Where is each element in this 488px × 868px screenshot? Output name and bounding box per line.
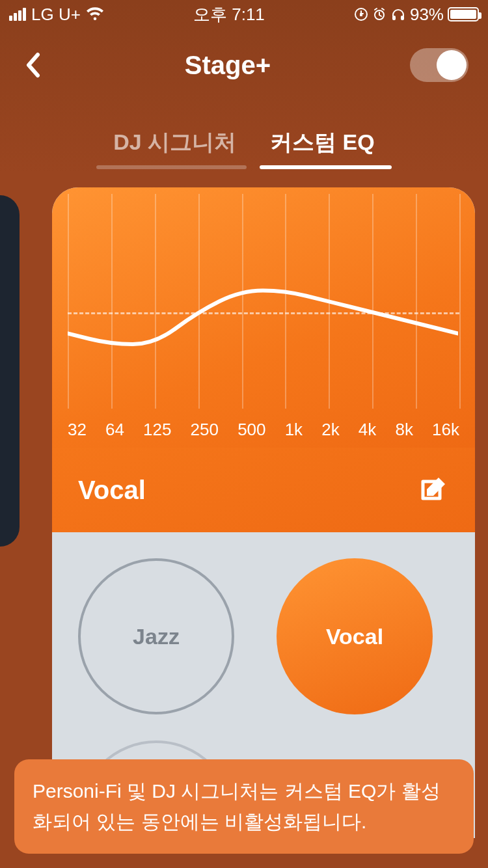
previous-card-peek[interactable] bbox=[0, 195, 20, 547]
svg-rect-4 bbox=[401, 16, 404, 20]
page-title: Stage+ bbox=[185, 51, 271, 80]
eq-freq-label: 250 bbox=[191, 420, 219, 440]
preset-jazz[interactable]: Jazz bbox=[78, 558, 234, 714]
alarm-icon bbox=[372, 7, 386, 21]
tab-dj-signature[interactable]: DJ 시그니처 bbox=[109, 128, 240, 169]
tabs: DJ 시그니처 커스텀 EQ bbox=[0, 128, 488, 169]
eq-curve bbox=[68, 194, 458, 409]
eq-frequency-labels: 32641252505001k2k4k8k16k bbox=[68, 420, 459, 440]
tab-custom-eq[interactable]: 커스텀 EQ bbox=[266, 128, 379, 169]
eq-freq-label: 500 bbox=[237, 420, 265, 440]
info-toast: Personi-Fi 및 DJ 시그니처는 커스텀 EQ가 활성화되어 있는 동… bbox=[14, 759, 474, 854]
edit-preset-button[interactable] bbox=[416, 474, 449, 506]
wifi-icon bbox=[86, 7, 104, 21]
eq-freq-label: 125 bbox=[143, 420, 171, 440]
carrier-label: LG U+ bbox=[31, 5, 81, 25]
tab-underline bbox=[96, 165, 247, 169]
eq-freq-label: 2k bbox=[321, 420, 339, 440]
status-time: 오후 7:11 bbox=[193, 3, 265, 26]
eq-freq-label: 4k bbox=[359, 420, 376, 440]
eq-freq-label: 8k bbox=[395, 420, 413, 440]
nav-bar: Stage+ bbox=[0, 29, 488, 88]
eq-freq-label: 32 bbox=[68, 420, 87, 440]
tab-label: DJ 시그니처 bbox=[113, 129, 236, 154]
tab-label: 커스텀 EQ bbox=[270, 129, 375, 154]
eq-freq-label: 16k bbox=[432, 420, 459, 440]
battery-icon bbox=[448, 7, 479, 21]
svg-rect-1 bbox=[360, 13, 362, 16]
svg-rect-3 bbox=[392, 16, 396, 20]
tab-underline bbox=[260, 165, 392, 169]
status-left: LG U+ bbox=[9, 5, 104, 25]
eq-graph-area[interactable]: 32641252505001k2k4k8k16k bbox=[52, 187, 475, 448]
eq-freq-label: 64 bbox=[105, 420, 124, 440]
status-right: 93% bbox=[354, 5, 479, 25]
eq-enable-toggle[interactable] bbox=[410, 48, 468, 82]
cellular-signal-icon bbox=[9, 8, 26, 21]
eq-freq-label: 1k bbox=[285, 420, 303, 440]
toggle-knob bbox=[437, 50, 467, 80]
preset-vocal[interactable]: Vocal bbox=[277, 558, 433, 714]
rotation-lock-icon bbox=[354, 7, 368, 21]
toast-message: Personi-Fi 및 DJ 시그니처는 커스텀 EQ가 활성화되어 있는 동… bbox=[33, 780, 441, 832]
eq-card: 32641252505001k2k4k8k16k Vocal JazzVocal bbox=[52, 187, 475, 838]
preset-header: Vocal bbox=[52, 448, 475, 532]
current-preset-title: Vocal bbox=[78, 476, 146, 505]
eq-gridline bbox=[459, 194, 461, 409]
status-bar: LG U+ 오후 7:11 93% bbox=[0, 0, 488, 29]
back-button[interactable] bbox=[20, 52, 46, 78]
headphones-icon bbox=[390, 7, 406, 21]
battery-percent: 93% bbox=[410, 5, 444, 25]
